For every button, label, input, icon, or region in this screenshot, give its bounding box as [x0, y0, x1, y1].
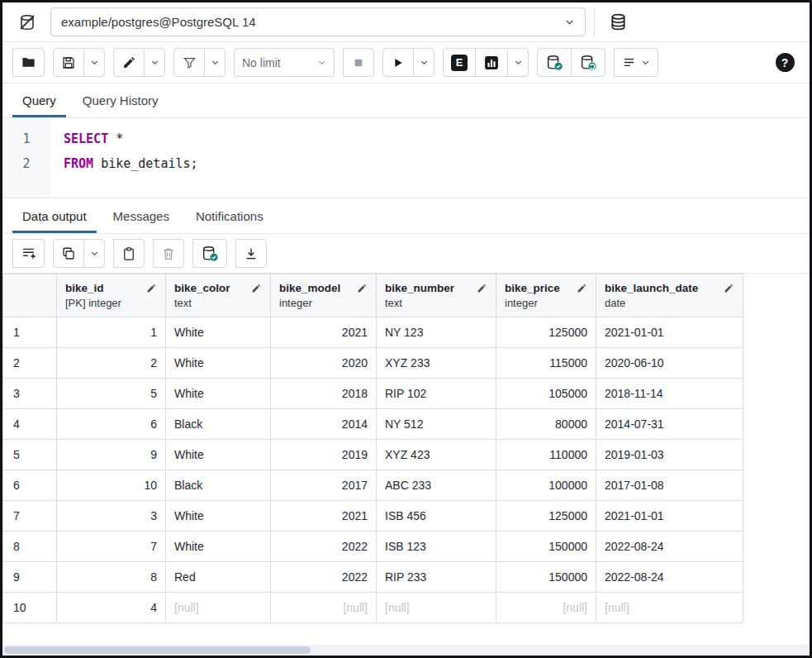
cell-bike_id[interactable]: 2: [57, 348, 166, 379]
column-header-bike_color[interactable]: bike_colortext: [166, 274, 271, 317]
edit-column-icon[interactable]: [477, 283, 487, 293]
cell-bike_price[interactable]: 115000: [496, 348, 596, 379]
sql-code[interactable]: SELECT *FROM bike_details;: [50, 118, 810, 198]
cell-bike_color[interactable]: White: [166, 379, 271, 409]
edit-column-icon[interactable]: [251, 283, 262, 293]
copy-button[interactable]: [53, 239, 84, 268]
cell-bike_number[interactable]: RIP 102: [377, 379, 496, 409]
macros-button[interactable]: [614, 48, 658, 77]
save-file-button[interactable]: [53, 48, 84, 77]
edit-options-button[interactable]: [144, 48, 165, 77]
edit-button[interactable]: [113, 48, 145, 77]
cell-bike_id[interactable]: 10: [57, 470, 166, 501]
cell-bike_launch_date[interactable]: 2022-08-24: [596, 532, 743, 562]
cell-bike_id[interactable]: 6: [57, 409, 166, 440]
delete-row-button[interactable]: [153, 239, 184, 268]
cell-bike_price[interactable]: 125000: [496, 501, 596, 532]
row-limit-select[interactable]: No limit: [234, 48, 335, 77]
cell-bike_launch_date[interactable]: 2019-01-03: [596, 440, 743, 470]
cell-bike_model[interactable]: 2014: [271, 409, 377, 440]
help-button[interactable]: ?: [770, 48, 800, 78]
new-connection-button[interactable]: [603, 7, 633, 37]
cell-bike_launch_date[interactable]: 2021-01-01: [596, 317, 743, 348]
connection-status-button[interactable]: [12, 7, 42, 37]
cell-bike_color[interactable]: [null]: [166, 593, 271, 623]
cell-bike_id[interactable]: 3: [57, 501, 166, 532]
horizontal-scrollbar[interactable]: [2, 645, 810, 656]
cell-bike_model[interactable]: 2018: [271, 379, 377, 409]
column-header-bike_number[interactable]: bike_numbertext: [377, 274, 496, 317]
cell-bike_launch_date[interactable]: 2020-06-10: [596, 348, 743, 379]
filter-options-button[interactable]: [204, 48, 226, 77]
add-row-button[interactable]: [12, 239, 45, 268]
execute-options-button[interactable]: [413, 48, 434, 77]
cell-bike_id[interactable]: 5: [57, 379, 166, 409]
cell-bike_launch_date[interactable]: 2017-01-08: [596, 470, 743, 501]
cell-bike_color[interactable]: White: [166, 348, 271, 379]
cell-bike_price[interactable]: 150000: [496, 562, 596, 593]
cell-bike_launch_date[interactable]: 2022-08-24: [596, 562, 743, 593]
cell-bike_number[interactable]: [null]: [377, 593, 496, 623]
cell-bike_number[interactable]: NY 512: [377, 409, 496, 440]
row-number[interactable]: 7: [3, 501, 57, 532]
tab-query-history[interactable]: Query History: [69, 83, 172, 117]
cell-bike_model[interactable]: 2022: [271, 532, 377, 562]
row-number[interactable]: 1: [3, 317, 57, 348]
cell-bike_number[interactable]: RIP 233: [377, 562, 496, 593]
edit-column-icon[interactable]: [724, 283, 734, 293]
cell-bike_id[interactable]: 8: [57, 562, 166, 593]
cell-bike_model[interactable]: 2021: [271, 317, 377, 348]
row-number[interactable]: 9: [3, 562, 57, 593]
tab-notifications[interactable]: Notifications: [183, 198, 277, 233]
cell-bike_launch_date[interactable]: 2018-11-14: [596, 379, 743, 409]
cell-bike_price[interactable]: 125000: [496, 317, 596, 348]
explain-options-button[interactable]: [507, 48, 529, 77]
column-header-bike_id[interactable]: bike_id[PK] integer: [57, 274, 166, 317]
cell-bike_price[interactable]: 150000: [496, 532, 596, 562]
row-number[interactable]: 3: [3, 379, 57, 409]
cell-bike_color[interactable]: Black: [166, 470, 271, 501]
save-options-button[interactable]: [83, 48, 105, 77]
cell-bike_model[interactable]: 2019: [271, 440, 377, 470]
cell-bike_id[interactable]: 7: [57, 532, 166, 562]
cell-bike_launch_date[interactable]: [null]: [596, 593, 743, 623]
column-header-bike_price[interactable]: bike_priceinteger: [496, 274, 596, 317]
tab-messages[interactable]: Messages: [100, 198, 183, 233]
cell-bike_color[interactable]: Red: [166, 562, 271, 593]
copy-options-button[interactable]: [83, 239, 105, 268]
cell-bike_id[interactable]: 4: [57, 593, 166, 623]
cell-bike_model[interactable]: 2020: [271, 348, 377, 379]
rollback-button[interactable]: [571, 48, 605, 77]
cell-bike_number[interactable]: ABC 233: [377, 470, 496, 501]
cell-bike_color[interactable]: Black: [166, 409, 271, 440]
tab-data-output[interactable]: Data output: [9, 198, 100, 233]
cell-bike_number[interactable]: ISB 456: [377, 501, 496, 532]
cell-bike_color[interactable]: White: [166, 532, 271, 562]
connection-select[interactable]: example/postgres@PostgreSQL 14: [50, 7, 586, 36]
select-all-corner[interactable]: [3, 274, 57, 317]
cell-bike_number[interactable]: XYZ 233: [377, 348, 496, 379]
row-number[interactable]: 5: [3, 440, 57, 470]
cell-bike_model[interactable]: 2022: [271, 562, 377, 593]
edit-column-icon[interactable]: [577, 283, 587, 293]
filter-button[interactable]: [173, 48, 205, 77]
execute-button[interactable]: [382, 48, 414, 77]
save-data-changes-button[interactable]: [192, 239, 227, 268]
code-line[interactable]: FROM bike_details;: [64, 151, 810, 176]
edit-column-icon[interactable]: [146, 283, 157, 293]
tab-query[interactable]: Query: [9, 83, 69, 117]
cell-bike_launch_date[interactable]: 2021-01-01: [596, 501, 743, 532]
cell-bike_model[interactable]: 2021: [271, 501, 377, 532]
column-header-bike_model[interactable]: bike_modelinteger: [271, 274, 377, 317]
download-csv-button[interactable]: [235, 239, 267, 268]
cell-bike_id[interactable]: 9: [57, 440, 166, 470]
paste-button[interactable]: [113, 239, 145, 268]
cell-bike_number[interactable]: ISB 123: [377, 532, 496, 562]
cell-bike_number[interactable]: XYZ 423: [377, 440, 496, 470]
column-header-bike_launch_date[interactable]: bike_launch_datedate: [596, 274, 743, 317]
edit-column-icon[interactable]: [357, 283, 368, 293]
cell-bike_color[interactable]: White: [166, 440, 271, 470]
cell-bike_number[interactable]: NY 123: [377, 317, 496, 348]
row-number[interactable]: 4: [3, 409, 57, 440]
cell-bike_price[interactable]: [null]: [496, 593, 596, 623]
